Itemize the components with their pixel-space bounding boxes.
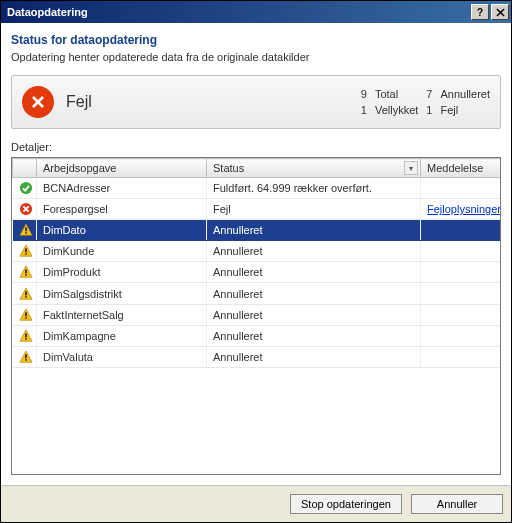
row-name: DimValuta xyxy=(37,346,207,367)
table-row[interactable]: DimSalgsdistriktAnnulleret xyxy=(13,283,501,304)
button-row: Stop opdateringen Annuller xyxy=(1,485,511,522)
error-icon xyxy=(22,86,54,118)
row-message xyxy=(421,262,501,283)
row-status: Annulleret xyxy=(207,283,421,304)
warning-icon xyxy=(13,283,37,304)
row-name: DimSalgsdistrikt xyxy=(37,283,207,304)
svg-rect-21 xyxy=(25,312,26,316)
row-status: Annulleret xyxy=(207,346,421,367)
svg-rect-22 xyxy=(25,317,26,318)
total-label: Total xyxy=(375,88,418,100)
page-subtitle: Opdatering henter opdaterede data fra de… xyxy=(11,51,501,63)
row-message xyxy=(421,178,501,199)
svg-rect-10 xyxy=(25,233,26,234)
error-details-link[interactable]: Fejloplysninger xyxy=(427,203,501,215)
svg-rect-12 xyxy=(25,249,26,253)
col-icon[interactable] xyxy=(13,159,37,178)
success-icon xyxy=(13,178,37,199)
content-area: Status for dataopdatering Opdatering hen… xyxy=(1,23,511,485)
row-name: DimProdukt xyxy=(37,262,207,283)
details-label: Detaljer: xyxy=(11,141,501,153)
table-row[interactable]: DimProduktAnnulleret xyxy=(13,262,501,283)
row-status: Annulleret xyxy=(207,325,421,346)
overall-status-text: Fejl xyxy=(66,93,92,111)
cancel-button[interactable]: Annuller xyxy=(411,494,503,514)
help-button[interactable]: ? xyxy=(471,4,489,20)
row-message xyxy=(421,241,501,262)
table-header-row: Arbejdsopgave Status ▾ Meddelelse xyxy=(13,159,501,178)
svg-rect-19 xyxy=(25,296,26,297)
error-label: Fejl xyxy=(440,104,490,116)
svg-rect-28 xyxy=(25,359,26,360)
cancelled-label: Annulleret xyxy=(440,88,490,100)
stop-update-button[interactable]: Stop opdateringen xyxy=(290,494,402,514)
total-count: 9 xyxy=(361,88,367,100)
row-message xyxy=(421,220,501,241)
warning-icon xyxy=(13,220,37,241)
error-count: 1 xyxy=(426,104,432,116)
row-name: Forespørgsel xyxy=(37,199,207,220)
error-icon xyxy=(13,199,37,220)
warning-icon xyxy=(13,241,37,262)
row-message xyxy=(421,304,501,325)
svg-rect-18 xyxy=(25,291,26,295)
details-container: Arbejdsopgave Status ▾ Meddelelse BCNAdr… xyxy=(11,157,501,475)
table-row[interactable]: DimKundeAnnulleret xyxy=(13,241,501,262)
warning-icon xyxy=(13,304,37,325)
page-title: Status for dataopdatering xyxy=(11,33,501,47)
row-name: DimKampagne xyxy=(37,325,207,346)
window-title: Dataopdatering xyxy=(7,6,469,18)
row-status: Fuldført. 64.999 rækker overført. xyxy=(207,178,421,199)
row-message: Fejloplysninger xyxy=(421,199,501,220)
dialog-window: Dataopdatering ? Status for dataopdateri… xyxy=(0,0,512,523)
col-message[interactable]: Meddelelse xyxy=(421,159,501,178)
close-button[interactable] xyxy=(491,4,509,20)
success-count: 1 xyxy=(361,104,367,116)
row-name: DimDato xyxy=(37,220,207,241)
close-icon xyxy=(496,8,505,17)
row-message xyxy=(421,283,501,304)
row-status: Annulleret xyxy=(207,262,421,283)
cancelled-count: 7 xyxy=(426,88,432,100)
table-row[interactable]: FaktInternetSalgAnnulleret xyxy=(13,304,501,325)
svg-rect-27 xyxy=(25,354,26,358)
row-status: Annulleret xyxy=(207,220,421,241)
svg-point-4 xyxy=(19,182,31,194)
table-row[interactable]: DimKampagneAnnulleret xyxy=(13,325,501,346)
status-panel: Fejl 9 Total 7 Annulleret 1 Vellykket 1 … xyxy=(11,75,501,129)
col-workitem[interactable]: Arbejdsopgave xyxy=(37,159,207,178)
chevron-down-icon[interactable]: ▾ xyxy=(404,161,418,175)
row-message xyxy=(421,325,501,346)
col-status[interactable]: Status ▾ xyxy=(207,159,421,178)
row-status: Annulleret xyxy=(207,241,421,262)
row-name: BCNAdresser xyxy=(37,178,207,199)
svg-rect-9 xyxy=(25,228,26,232)
svg-rect-25 xyxy=(25,338,26,339)
row-name: FaktInternetSalg xyxy=(37,304,207,325)
warning-icon xyxy=(13,325,37,346)
warning-icon xyxy=(13,346,37,367)
stats-grid: 9 Total 7 Annulleret 1 Vellykket 1 Fejl xyxy=(361,88,490,116)
row-name: DimKunde xyxy=(37,241,207,262)
table-row[interactable]: DimDatoAnnulleret xyxy=(13,220,501,241)
warning-icon xyxy=(13,262,37,283)
row-message xyxy=(421,346,501,367)
svg-rect-13 xyxy=(25,254,26,255)
titlebar: Dataopdatering ? xyxy=(1,1,511,23)
col-status-label: Status xyxy=(213,162,244,174)
table-row[interactable]: BCNAdresserFuldført. 64.999 rækker overf… xyxy=(13,178,501,199)
svg-rect-16 xyxy=(25,275,26,276)
table-row[interactable]: ForespørgselFejlFejloplysninger xyxy=(13,199,501,220)
svg-rect-24 xyxy=(25,333,26,337)
details-table: Arbejdsopgave Status ▾ Meddelelse BCNAdr… xyxy=(12,158,501,368)
row-status: Fejl xyxy=(207,199,421,220)
table-row[interactable]: DimValutaAnnulleret xyxy=(13,346,501,367)
row-status: Annulleret xyxy=(207,304,421,325)
svg-rect-15 xyxy=(25,270,26,274)
success-label: Vellykket xyxy=(375,104,418,116)
